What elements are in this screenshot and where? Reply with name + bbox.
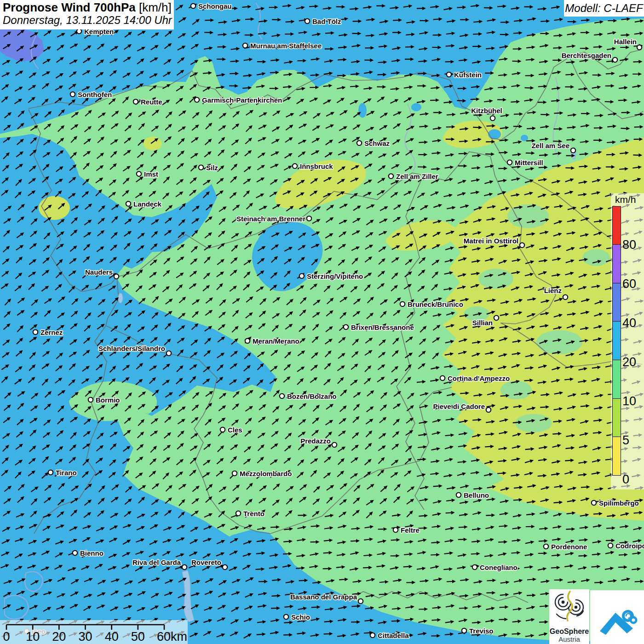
city-label: Pordenone bbox=[551, 543, 587, 551]
city-marker bbox=[520, 243, 524, 247]
city-label: Landeck bbox=[133, 200, 162, 208]
region-teal-patch bbox=[582, 249, 610, 266]
city-label: Feltre bbox=[401, 526, 420, 534]
city-label: Cortina d'Ampezzo bbox=[448, 374, 510, 382]
city-marker bbox=[544, 544, 548, 549]
city: Brixen/Bressanone bbox=[344, 323, 414, 331]
legend-tick-label: 5 bbox=[622, 434, 629, 447]
city-label: Silz bbox=[206, 164, 218, 172]
city-marker bbox=[182, 565, 187, 569]
city-marker bbox=[608, 543, 613, 548]
region-yellow-small bbox=[39, 196, 70, 220]
scalebar-label: 0 bbox=[3, 630, 10, 644]
city-marker bbox=[167, 351, 171, 356]
region-yellow-small bbox=[144, 137, 162, 150]
contour-lines-icon bbox=[549, 589, 589, 626]
city-marker bbox=[332, 443, 337, 447]
legend-colorbar bbox=[612, 207, 621, 476]
city-label: Spilimbergo bbox=[599, 499, 639, 507]
city-label: Bienno bbox=[80, 549, 104, 557]
city-marker bbox=[137, 172, 141, 176]
city-marker bbox=[592, 500, 596, 505]
city-label: Zell am Ziller bbox=[396, 172, 438, 180]
region-cyan-small bbox=[358, 103, 367, 118]
map-canvas: IseoSchongauBad TölzKemptenMurnau am Sta… bbox=[0, 0, 644, 644]
city: Sterzing/Vipiteno bbox=[299, 272, 363, 280]
city-marker bbox=[77, 29, 81, 34]
geosphere-logo-box: GeoSphere Austria bbox=[549, 589, 589, 644]
mountain-cloud-icon bbox=[594, 594, 640, 640]
city-label: Reutte bbox=[141, 98, 162, 106]
legend-segment-10 bbox=[612, 360, 621, 399]
city-label: Nauders bbox=[85, 268, 113, 276]
legend-tick-label: 20 bbox=[622, 356, 636, 368]
city-label: Imst bbox=[144, 170, 158, 178]
legend-segment-20 bbox=[612, 321, 621, 360]
city: Bruneck/Brunico bbox=[400, 300, 463, 308]
city-marker bbox=[357, 141, 362, 145]
city-marker bbox=[486, 408, 491, 412]
scalebar-label: 40 bbox=[105, 630, 119, 644]
city: Mezzolombardo bbox=[232, 470, 292, 477]
city-marker bbox=[344, 325, 348, 329]
region-teal-patch bbox=[515, 414, 552, 432]
city-marker bbox=[88, 397, 93, 402]
city-marker bbox=[637, 45, 642, 50]
city-marker bbox=[236, 511, 241, 516]
city-label: Kitzbühel bbox=[471, 107, 502, 115]
city-marker bbox=[284, 615, 288, 619]
legend-segment-5 bbox=[612, 398, 621, 437]
city-marker bbox=[393, 528, 398, 532]
region-teal-patch bbox=[507, 204, 549, 228]
region-cyan-small bbox=[521, 135, 528, 141]
city-marker bbox=[490, 116, 495, 121]
city-marker bbox=[400, 302, 405, 306]
brand-org-name: GeoSphere bbox=[549, 628, 589, 636]
city-marker bbox=[305, 19, 310, 23]
city-label: Conegliano bbox=[480, 564, 518, 571]
city-label: Innsbruck bbox=[300, 162, 333, 170]
legend-segment-40 bbox=[612, 283, 621, 322]
distance-scalebar: 0102030405060km bbox=[0, 620, 188, 644]
scalebar-label: 50 bbox=[131, 630, 145, 644]
city-label: Tirano bbox=[56, 469, 77, 477]
city-label: Murnau am Staffelsee bbox=[250, 42, 322, 50]
scalebar-ruler: 0102030405060km bbox=[0, 620, 188, 644]
city-label: Rovereto bbox=[191, 558, 221, 566]
city-marker bbox=[199, 165, 203, 170]
legend-tick-label: 80 bbox=[622, 239, 636, 251]
city-marker bbox=[370, 633, 375, 638]
city-label: Cles bbox=[228, 426, 242, 434]
city-marker bbox=[358, 599, 363, 604]
city-marker bbox=[220, 427, 225, 432]
city: Steinach am Brenner bbox=[236, 215, 311, 223]
legend-tick-label: 10 bbox=[622, 395, 636, 408]
city-label: Garmisch-Partenkirchen bbox=[202, 96, 282, 104]
title-unit: [km/h] bbox=[139, 0, 172, 14]
city-label: Matrei in Osttirol bbox=[464, 237, 518, 245]
title-box: Prognose Wind 700hPa [km/h] Donnerstag, … bbox=[0, 0, 174, 29]
region-teal-patch bbox=[478, 269, 513, 289]
city-marker bbox=[232, 471, 237, 476]
city: Murnau am Staffelsee bbox=[243, 42, 322, 50]
city-label: Treviso bbox=[469, 627, 494, 635]
legend: km/h 806040201050 bbox=[611, 193, 644, 489]
city-label: Mittersill bbox=[515, 159, 543, 167]
city-marker bbox=[133, 99, 138, 104]
city-label: Lienz bbox=[544, 287, 562, 294]
wind-forecast-map-page: IseoSchongauBad TölzKemptenMurnau am Sta… bbox=[0, 0, 644, 644]
city-label: Steinach am Brenner bbox=[236, 215, 305, 223]
city-label: Kufstein bbox=[454, 71, 482, 79]
city-label: Sonthofen bbox=[78, 91, 112, 98]
city-label: Hallein bbox=[614, 38, 637, 46]
city-marker bbox=[48, 470, 53, 475]
city-label: Bruneck/Brunico bbox=[408, 300, 463, 308]
scalebar-label: 30 bbox=[78, 630, 92, 644]
city-label: Schlanders/Silandro bbox=[98, 345, 165, 352]
city-marker bbox=[472, 565, 477, 569]
city-marker bbox=[563, 295, 568, 299]
city-marker bbox=[389, 174, 393, 178]
city-label: Schwaz bbox=[364, 139, 390, 147]
city-label: Sterzing/Vipiteno bbox=[307, 272, 363, 280]
city-marker bbox=[223, 565, 227, 569]
